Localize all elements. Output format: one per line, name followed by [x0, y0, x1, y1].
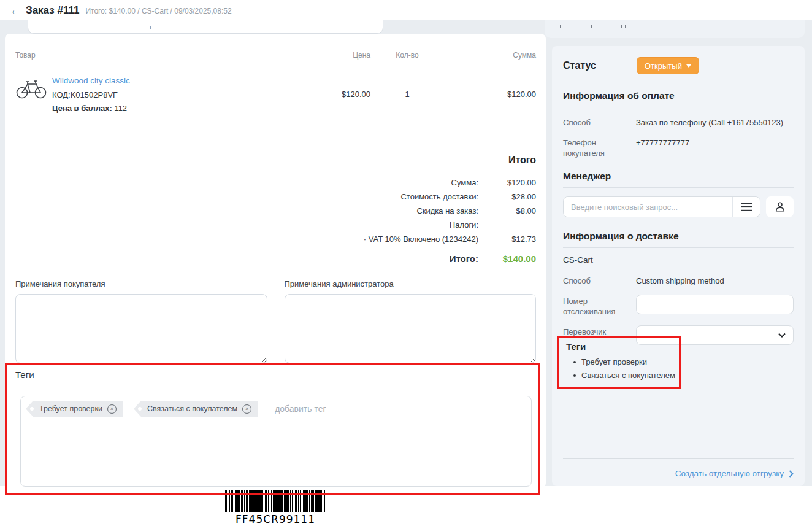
totals-label: Стоимость доставки:	[5, 192, 478, 201]
totals-row-shipping: Стоимость доставки: $28.00	[5, 190, 536, 204]
manager-search-row	[563, 196, 794, 217]
tracking-number-label: Номер отслеживания	[563, 295, 636, 317]
tag-chip: Связаться с покупателем ×	[134, 401, 258, 417]
table-header-row: Товар Цена Кол-во Сумма	[15, 51, 536, 60]
customer-phone-label: Телефон покупателя	[563, 136, 636, 158]
payment-method-value: Заказ по телефону (Call +16175550123)	[636, 116, 794, 128]
manager-search-input[interactable]	[564, 197, 732, 217]
chevron-down-icon	[686, 64, 691, 68]
manager-search-group	[563, 196, 760, 217]
totals-heading: Итого	[5, 155, 536, 166]
add-tag-input[interactable]	[275, 401, 526, 417]
totals-row-grand: Итого: $140.00	[5, 252, 536, 266]
tag-hole-icon	[30, 407, 34, 411]
scrolled-text-remnant	[621, 25, 622, 28]
product-info: Wildwood city classic КОД:K01502P8VF Цен…	[52, 75, 130, 113]
page-title: Заказ #111	[26, 4, 79, 17]
tag-label: Связаться с покупателем	[147, 404, 237, 413]
tag-list-item: Связаться с покупателем	[573, 369, 679, 382]
order-items-table: Товар Цена Кол-во Сумма	[15, 51, 536, 119]
product-points-label: Цена в баллах:	[52, 104, 112, 113]
manager-heading: Менеджер	[563, 171, 794, 188]
chevron-right-icon	[789, 470, 794, 478]
admin-notes-textarea[interactable]	[285, 294, 537, 363]
tag-list-text: Связаться с покупателем	[581, 369, 675, 382]
column-header-product: Товар	[15, 51, 285, 60]
customer-notes-block: Примечания покупателя	[15, 279, 267, 366]
status-label: Статус	[563, 60, 637, 71]
order-totals: Итого Сумма: $120.00 Стоимость доставки:…	[5, 155, 536, 266]
totals-label: Скидка на заказ:	[5, 206, 478, 215]
grand-total-label: Итого:	[5, 253, 478, 264]
scrolled-text-remnant	[560, 25, 561, 28]
tag-hole-icon	[138, 407, 142, 411]
tag-remove-icon[interactable]: ×	[107, 404, 117, 414]
hamburger-menu-icon	[741, 203, 752, 211]
shipping-method-value: Custom shipping method	[636, 274, 794, 286]
payment-method-label: Способ	[563, 116, 636, 128]
product-qty: 1	[370, 90, 444, 99]
tag-list-text: Требует проверки	[581, 355, 647, 369]
manager-list-button[interactable]	[732, 197, 760, 217]
create-shipment-label: Создать отдельную отгрузку	[675, 469, 784, 478]
scrolled-text-remnant	[591, 25, 592, 28]
tag-list-item: Требует проверки	[573, 355, 679, 369]
totals-value: $12.73	[478, 234, 536, 244]
order-details-page: ← Заказ #111 Итого: $140.00 / CS-Cart / …	[0, 0, 812, 526]
totals-row-taxes: Налоги:	[5, 218, 536, 232]
customer-phone-value: +77777777777	[636, 136, 794, 148]
totals-row-discount: Скидка на заказ: $8.00	[5, 204, 536, 218]
person-icon	[774, 201, 786, 213]
product-name-link[interactable]: Wildwood city classic	[52, 76, 130, 85]
grand-total-value: $140.00	[478, 253, 536, 264]
barcode-value: FF45CR99111	[225, 513, 326, 525]
admin-notes-label: Примечания администратора	[285, 279, 537, 288]
shipment-footer: Создать отдельную отгрузку	[563, 458, 794, 479]
order-notes: Примечания покупателя Примечания админис…	[15, 279, 536, 366]
bicycle-product-image	[15, 75, 47, 101]
annotation-box-tags-editor: Теги Требует проверки × Связаться с поку…	[5, 363, 540, 495]
totals-value: $8.00	[478, 206, 536, 215]
customer-phone-row: Телефон покупателя +77777777777	[563, 136, 794, 158]
assign-manager-button[interactable]	[766, 196, 794, 217]
product-points: Цена в баллах: 112	[52, 104, 130, 113]
order-status-value: Открытый	[645, 61, 682, 71]
order-sidebar: Статус Открытый Информация об оплате Спо…	[552, 46, 805, 486]
column-header-sum: Сумма	[444, 51, 536, 60]
product-sum: $120.00	[444, 90, 536, 99]
payment-method-row: Способ Заказ по телефону (Call +16175550…	[563, 116, 794, 128]
shipping-method-row: Способ Custom shipping method	[563, 274, 794, 286]
tag-remove-icon[interactable]: ×	[242, 404, 251, 414]
tracking-number-input[interactable]	[636, 295, 794, 314]
order-status-button[interactable]: Открытый	[637, 57, 699, 74]
tags-editor-heading: Теги	[15, 369, 538, 380]
totals-row-vat: · VAT 10% Включено (1234242) $12.73	[5, 232, 536, 246]
scrolled-text-remnant	[625, 25, 626, 28]
totals-row-subtotal: Сумма: $120.00	[5, 176, 536, 190]
page-subtitle: Итого: $140.00 / CS-Cart / 09/03/2025,08…	[85, 5, 231, 15]
product-points-value: 112	[112, 104, 127, 113]
product-price: $120.00	[285, 90, 370, 99]
bullet-icon	[573, 361, 576, 363]
shipping-method-label: Способ	[563, 274, 636, 286]
tag-chip: Требует проверки ×	[26, 401, 123, 417]
create-shipment-link[interactable]: Создать отдельную отгрузку	[675, 469, 794, 478]
product-code: КОД:K01502P8VF	[52, 90, 130, 99]
column-header-qty: Кол-во	[370, 51, 444, 60]
shipping-info-heading: Информация о доставке	[563, 231, 794, 248]
sidebar-tags-heading: Теги	[566, 341, 679, 352]
bullet-icon	[573, 374, 576, 377]
tags-input-area[interactable]: Требует проверки × Связаться с покупател…	[20, 396, 532, 487]
totals-label: · VAT 10% Включено (1234242)	[5, 234, 478, 244]
payment-info-heading: Информация об оплате	[563, 90, 794, 107]
tracking-number-row: Номер отслеживания	[563, 295, 794, 317]
totals-label: Налоги:	[5, 220, 478, 230]
carrier-label: Перевозчик	[563, 325, 636, 337]
totals-value: $120.00	[478, 178, 536, 187]
customer-notes-textarea[interactable]	[15, 294, 267, 363]
header-bar: ← Заказ #111 Итого: $140.00 / CS-Cart / …	[0, 0, 812, 20]
table-row: Wildwood city classic КОД:K01502P8VF Цен…	[15, 66, 536, 119]
totals-value: $28.00	[478, 192, 536, 201]
column-header-price: Цена	[285, 51, 370, 60]
back-arrow-icon[interactable]: ←	[10, 4, 26, 17]
